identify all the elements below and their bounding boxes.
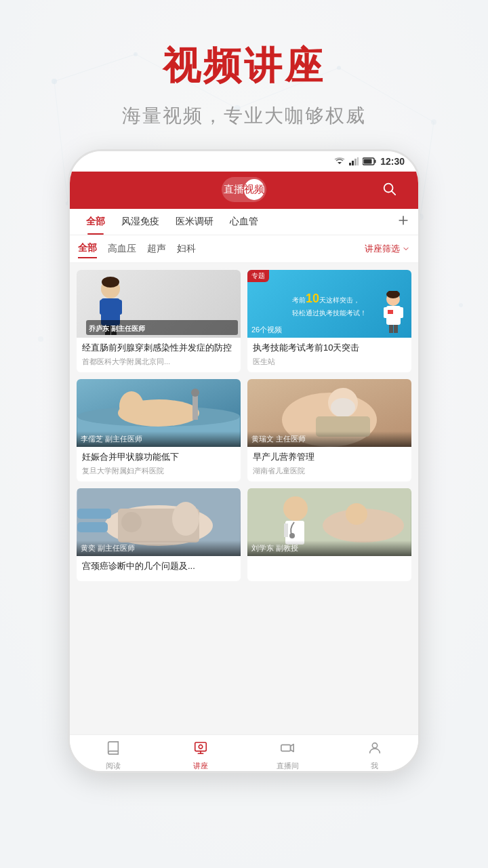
svg-point-67 [346, 503, 367, 525]
tab-video[interactable]: 视频 [244, 179, 264, 200]
video-thumbnail: 乔庐东 副主任医师 [77, 270, 241, 338]
svg-point-52 [331, 398, 355, 417]
nav-label: 直播间 [277, 761, 299, 771]
nav-item-live[interactable]: 直播间 [267, 741, 308, 771]
svg-line-25 [392, 191, 396, 195]
svg-rect-33 [115, 300, 122, 315]
speaker-overlay: 黄瑞文 主任医师 [247, 431, 411, 447]
video-info: 宫颈癌诊断中的几个问题及... [77, 556, 241, 580]
content-list: 乔庐东 副主任医师 经直肠前列腺穿刺感染性并发症的防控 首都医科大学附属北京同.… [70, 263, 418, 588]
video-card[interactable]: 刘学东 副教授 [247, 488, 411, 580]
page-subtitle: 海量视频，专业大咖够权威 [0, 103, 488, 129]
video-title: 执考技能考试考前10天突击 [253, 342, 406, 354]
tab-live[interactable]: 直播 [224, 179, 244, 200]
svg-rect-60 [77, 509, 111, 519]
svg-point-58 [121, 512, 142, 532]
svg-point-65 [289, 533, 295, 538]
sub-tab-ultrasound[interactable]: 超声 [147, 240, 166, 258]
video-title: 宫颈癌诊断中的几个问题及... [82, 560, 235, 572]
svg-rect-41 [388, 310, 393, 314]
svg-point-70 [199, 745, 203, 749]
video-info: 妊娠合并甲状腺功能低下 复旦大学附属妇产科医院 [77, 447, 241, 481]
nav-item-profile[interactable]: 我 [354, 741, 395, 771]
nav-label: 我 [371, 761, 378, 771]
status-bar: 12:30 [70, 151, 418, 172]
nav-label: 讲座 [193, 761, 208, 771]
video-info [247, 556, 411, 568]
search-icon[interactable] [382, 181, 396, 199]
person-icon [367, 741, 382, 759]
video-title: 妊娠合并甲状腺功能低下 [82, 451, 235, 463]
svg-marker-16 [338, 162, 342, 164]
svg-rect-20 [357, 157, 359, 165]
nav-label: 阅读 [106, 761, 121, 771]
tab-switcher: 直播 视频 [222, 177, 266, 202]
app-header: 直播 视频 [70, 172, 418, 209]
speaker-overlay: 李儒芝 副主任医师 [77, 431, 241, 447]
status-icons: 12:30 [334, 156, 405, 167]
wifi-icon [334, 157, 345, 165]
cat-tab-cardio[interactable]: 心血管 [222, 209, 266, 235]
video-meta: 首都医科大学附属北京同... [82, 357, 235, 367]
svg-rect-19 [354, 159, 357, 165]
category-tabs: 全部 风湿免疫 医米调研 心血管 [70, 209, 418, 235]
phone-inner: 直播 视频 全部 风湿免疫 医米调研 心血管 [70, 172, 418, 773]
svg-rect-61 [77, 522, 108, 532]
svg-rect-68 [284, 524, 288, 537]
video-thumbnail: 李儒芝 副主任医师 [77, 379, 241, 447]
nav-item-reading[interactable]: 阅读 [93, 741, 134, 771]
page-title: 视频讲座 [0, 41, 488, 92]
svg-rect-17 [349, 163, 351, 165]
battery-icon [363, 157, 376, 165]
sub-tab-all[interactable]: 全部 [78, 239, 97, 258]
video-card[interactable]: 黄奕 副主任医师 宫颈癌诊断中的几个问题及... [77, 488, 241, 580]
svg-point-9 [459, 303, 463, 307]
bottom-nav: 阅读 讲座 [70, 734, 418, 773]
video-title: 经直肠前列腺穿刺感染性并发症的防控 [82, 342, 235, 354]
video-card[interactable]: 乔庐东 副主任医师 经直肠前列腺穿刺感染性并发症的防控 首都医科大学附属北京同.… [77, 270, 241, 372]
svg-point-8 [38, 336, 43, 342]
special-badge: 专题 [247, 270, 269, 282]
video-card[interactable]: 专题 考前10天这样突击， 轻松通过执考技能考试！ [247, 270, 411, 372]
filter-label: 讲座筛选 [365, 243, 400, 255]
svg-rect-39 [389, 325, 393, 333]
filter-button[interactable]: 讲座筛选 [365, 243, 410, 255]
cat-tab-rheum[interactable]: 风湿免疫 [113, 209, 167, 235]
top-section: 视频讲座 海量视频，专业大咖够权威 [0, 0, 488, 129]
video-count: 26个视频 [251, 325, 282, 335]
video-thumbnail: 刘学东 副教授 [247, 488, 411, 556]
sub-tab-hypertension[interactable]: 高血压 [108, 240, 136, 258]
svg-rect-40 [394, 325, 398, 333]
video-info: 执考技能考试考前10天突击 医生站 [247, 338, 411, 372]
video-card[interactable]: 黄瑞文 主任医师 早产儿营养管理 湖南省儿童医院 [247, 379, 411, 481]
book-icon [106, 741, 121, 759]
video-thumbnail: 黄奕 副主任医师 [77, 488, 241, 556]
svg-point-49 [191, 389, 199, 397]
video-grid: 乔庐东 副主任医师 经直肠前列腺穿刺感染性并发症的防控 首都医科大学附属北京同.… [70, 263, 418, 734]
more-categories-icon[interactable] [396, 214, 410, 231]
video-thumbnail: 黄瑞文 主任医师 [247, 379, 411, 447]
speaker-overlay: 黄奕 副主任医师 [77, 540, 241, 556]
svg-rect-32 [100, 300, 106, 315]
svg-point-63 [283, 496, 308, 521]
video-meta: 医生站 [253, 357, 406, 367]
header-row: 直播 视频 [81, 177, 407, 202]
svg-rect-38 [398, 307, 403, 318]
signal-icon [349, 157, 359, 165]
svg-point-72 [372, 743, 377, 748]
cartoon-doctor [378, 291, 409, 335]
status-time: 12:30 [380, 156, 405, 167]
nav-item-lecture[interactable]: 讲座 [180, 741, 221, 771]
video-info: 经直肠前列腺穿刺感染性并发症的防控 首都医科大学附属北京同... [77, 338, 241, 372]
svg-rect-71 [281, 745, 291, 751]
svg-rect-18 [352, 161, 354, 165]
svg-rect-23 [364, 159, 372, 164]
svg-rect-69 [195, 743, 207, 751]
sub-tab-gynecology[interactable]: 妇科 [177, 240, 196, 258]
video-card[interactable]: 李儒芝 副主任医师 妊娠合并甲状腺功能低下 复旦大学附属妇产科医院 [77, 379, 241, 481]
video-meta: 复旦大学附属妇产科医院 [82, 466, 235, 476]
cat-tab-survey[interactable]: 医米调研 [167, 209, 222, 235]
cat-tab-all[interactable]: 全部 [78, 209, 113, 235]
speaker-overlay: 刘学东 副教授 [247, 540, 411, 556]
lecture-icon [193, 741, 208, 759]
